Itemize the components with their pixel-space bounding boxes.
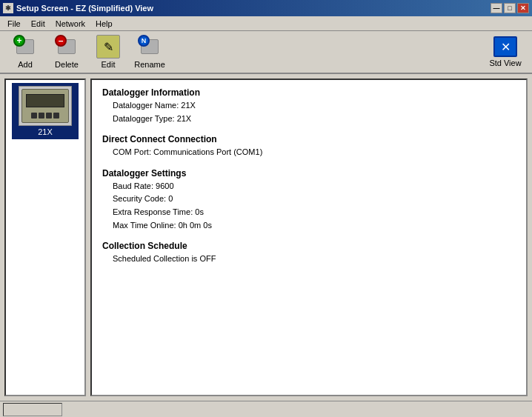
menu-network[interactable]: Network [51,18,90,30]
toolbar: + Add – Delete ✎ Edit [0,31,532,74]
device-screen [26,94,64,107]
device-label: 21X [38,127,53,136]
rename-button[interactable]: N Rename [130,33,169,70]
info-line-0-0: Datalogger Name: 21X [113,99,516,113]
device-panel: 21X [4,79,86,396]
info-line-2-2: Extra Response Time: 0s [113,206,516,219]
delete-label: Delete [55,60,79,69]
add-label: Add [18,60,33,69]
app-icon: ✱ [3,3,13,13]
close-button[interactable]: ✕ [517,3,529,13]
std-view-label: Std View [489,59,521,67]
rename-label: Rename [134,60,165,69]
add-icon: + [13,35,37,59]
edit-button[interactable]: ✎ Edit [89,33,127,70]
status-bar [0,401,532,417]
section-direct-connect: Direct Connect Connection COM Port: Comm… [102,134,516,159]
menu-edit[interactable]: Edit [27,18,50,30]
device-btn-1 [31,113,37,119]
std-view-icon: ✕ [493,36,517,57]
edit-icon: ✎ [96,35,120,59]
std-view-button[interactable]: ✕ Std View [485,33,526,70]
device-btn-2 [39,113,44,119]
add-button[interactable]: + Add [6,33,44,70]
info-panel: Datalogger Information Datalogger Name: … [90,79,528,396]
status-panel [3,403,62,416]
section-title-0: Datalogger Information [102,87,516,98]
device-btn-4 [53,113,59,119]
info-line-2-1: Security Code: 0 [113,193,516,206]
section-title-1: Direct Connect Connection [102,134,516,144]
menu-bar: File Edit Network Help [0,16,532,31]
maximize-button[interactable]: □ [504,3,516,13]
edit-label: Edit [102,60,116,69]
title-bar: ✱ Setup Screen - EZ (Simplified) View — … [0,0,532,16]
toolbar-buttons: + Add – Delete ✎ Edit [6,33,169,70]
main-area: 21X Datalogger Information Datalogger Na… [0,74,532,401]
delete-button[interactable]: – Delete [47,33,86,70]
info-line-1-0: COM Port: Communications Port (COM1) [113,146,516,159]
menu-file[interactable]: File [3,18,25,30]
section-datalogger-settings: Datalogger Settings Baud Rate: 9600 Secu… [102,168,516,232]
info-line-2-0: Baud Rate: 9600 [113,180,516,193]
device-image [19,86,72,126]
info-line-2-3: Max Time Online: 0h 0m 0s [113,219,516,233]
rename-icon: N [138,35,162,59]
device-btn-3 [46,113,52,119]
section-datalogger-info: Datalogger Information Datalogger Name: … [102,87,516,125]
device-buttons [31,113,59,119]
minimize-button[interactable]: — [491,3,502,13]
info-line-0-1: Datalogger Type: 21X [113,113,516,126]
window-controls[interactable]: — □ ✕ [491,3,529,13]
title-bar-left: ✱ Setup Screen - EZ (Simplified) View [3,3,153,13]
delete-icon: – [55,35,79,59]
section-title-3: Collection Schedule [102,241,516,251]
window-title: Setup Screen - EZ (Simplified) View [16,4,153,13]
section-collection-schedule: Collection Schedule Scheduled Collection… [102,241,516,266]
info-line-3-0: Scheduled Collection is OFF [113,253,516,266]
device-item-21x[interactable]: 21X [12,83,79,139]
section-title-2: Datalogger Settings [102,168,516,179]
menu-help[interactable]: Help [91,18,117,30]
